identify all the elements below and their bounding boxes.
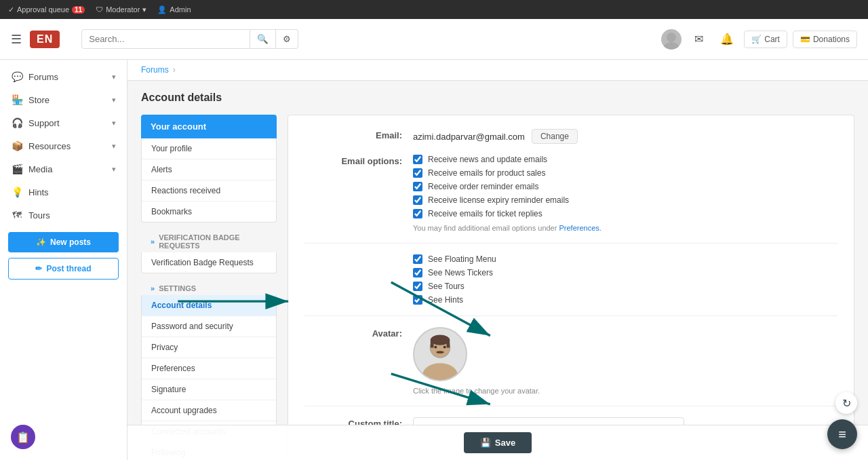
store-icon: 🏪 — [11, 94, 23, 105]
forums-icon: 💬 — [11, 71, 23, 82]
sidebar-item-media[interactable]: 🎬 Media ▾ — [0, 157, 127, 180]
checkbox-news-updates[interactable]: Receive news and update emails — [413, 155, 837, 164]
email-address: azimi.dadparvar@gmail.com — [413, 132, 525, 142]
checkbox-order-reminder-label: Receive order reminder emails — [428, 182, 538, 191]
nav-signature[interactable]: Signature — [142, 379, 276, 400]
search-button[interactable]: 🔍 — [250, 29, 276, 49]
nav-bookmarks[interactable]: Bookmarks — [142, 202, 276, 222]
sidebar-item-resources[interactable]: 📦 Resources ▾ — [0, 134, 127, 157]
avatar-note: Click the image to change your avatar. — [413, 387, 540, 395]
checkbox-license-expiry-label: Receive license expiry reminder emails — [428, 195, 569, 205]
support-label: Support — [28, 118, 60, 128]
approval-queue-badge: 11 — [72, 6, 85, 14]
preferences-link[interactable]: Preferences. — [559, 224, 601, 232]
save-button[interactable]: 💾 Save — [464, 432, 532, 453]
sidebar-item-tours[interactable]: 🗺 Tours — [0, 204, 127, 227]
checkbox-license-expiry-input[interactable] — [413, 195, 422, 205]
verification-expand-icon: » — [151, 237, 155, 246]
checkbox-license-expiry[interactable]: Receive license expiry reminder emails — [413, 195, 837, 205]
mail-icon[interactable]: ✉ — [687, 28, 710, 51]
nav-alerts[interactable]: Alerts — [142, 159, 276, 180]
settings-group-label[interactable]: » Settings — [141, 279, 277, 295]
layout: 💬 Forums ▾ 🏪 Store ▾ 🎧 Support ▾ 📦 Resou… — [0, 60, 868, 460]
checkbox-see-tours[interactable]: See Tours — [413, 282, 837, 291]
nav-reactions-received[interactable]: Reactions received — [142, 180, 276, 202]
forums-label: Forums — [28, 72, 58, 82]
checkbox-news-tickers-label: See News Tickers — [428, 268, 493, 277]
checkbox-floating-menu-input[interactable] — [413, 254, 422, 264]
resources-chevron-icon: ▾ — [112, 142, 116, 151]
save-icon: 💾 — [480, 438, 491, 448]
breadcrumb-separator: › — [173, 65, 176, 75]
nav-account-upgrades[interactable]: Account upgrades — [142, 400, 276, 421]
svg-rect-12 — [431, 340, 434, 347]
email-value-wrap: azimi.dadparvar@gmail.com Change — [413, 129, 837, 144]
divider2 — [304, 315, 837, 316]
checkbox-see-tours-input[interactable] — [413, 282, 422, 291]
checkbox-news-tickers[interactable]: See News Tickers — [413, 268, 837, 277]
help-button[interactable]: 📋 — [11, 425, 35, 449]
approval-queue-item[interactable]: ✓ Approval queue 11 — [8, 5, 85, 14]
forums-chevron-icon: ▾ — [112, 73, 116, 81]
logo[interactable]: EN — [30, 31, 60, 48]
svg-point-15 — [443, 346, 446, 349]
checkbox-see-hints[interactable]: See Hints — [413, 295, 837, 305]
checkbox-product-sales-label: Receive emails for product sales — [428, 168, 545, 178]
checkbox-order-reminder-input[interactable] — [413, 182, 422, 191]
floating-menu-value: See Floating Menu See News Tickers See T… — [413, 254, 837, 305]
checkbox-floating-menu[interactable]: See Floating Menu — [413, 254, 837, 264]
checkbox-product-sales-input[interactable] — [413, 168, 422, 178]
fab-refresh-button[interactable]: ↻ — [835, 392, 857, 414]
avatar-image[interactable] — [413, 327, 467, 381]
nav-password-security[interactable]: Password and security — [142, 316, 276, 337]
nav-your-profile[interactable]: Your profile — [142, 138, 276, 159]
ui-checkbox-list: See Floating Menu See News Tickers See T… — [413, 254, 837, 305]
checkbox-floating-menu-label: See Floating Menu — [428, 254, 496, 264]
sidebar-item-store[interactable]: 🏪 Store ▾ — [0, 88, 127, 111]
checkbox-order-reminder[interactable]: Receive order reminder emails — [413, 182, 837, 191]
cart-button[interactable]: 🛒 Cart — [744, 31, 787, 48]
moderator-item[interactable]: 🛡 Moderator ▾ — [96, 5, 146, 14]
search-input[interactable] — [81, 29, 250, 49]
change-email-button[interactable]: Change — [532, 129, 578, 144]
moderator-label: Moderator — [106, 5, 140, 14]
nav-verification-badge[interactable]: Verification Badge Requests — [142, 252, 276, 273]
checkbox-product-sales[interactable]: Receive emails for product sales — [413, 168, 837, 178]
bell-icon[interactable]: 🔔 — [715, 28, 738, 51]
save-label: Save — [495, 438, 515, 448]
checkbox-see-hints-input[interactable] — [413, 295, 422, 305]
nav-privacy[interactable]: Privacy — [142, 337, 276, 358]
main: Forums › Account details — [127, 60, 868, 460]
settings-group-text: Settings — [159, 284, 196, 292]
your-account-header[interactable]: Your account — [141, 115, 277, 138]
sidebar-item-forums[interactable]: 💬 Forums ▾ — [0, 65, 127, 88]
nav-preferences[interactable]: Preferences — [142, 358, 276, 379]
sidebar: 💬 Forums ▾ 🏪 Store ▾ 🎧 Support ▾ 📦 Resou… — [0, 60, 127, 460]
store-chevron-icon: ▾ — [112, 96, 116, 104]
avatar-header[interactable] — [661, 29, 682, 50]
checkbox-see-hints-label: See Hints — [428, 295, 463, 305]
checkbox-news-tickers-input[interactable] — [413, 268, 422, 277]
checkbox-news-updates-input[interactable] — [413, 155, 422, 164]
verification-group-label[interactable]: » Verification Badge Requests — [141, 228, 277, 252]
fab-menu-button[interactable]: ≡ — [827, 419, 857, 449]
checkbox-ticket-replies[interactable]: Receive emails for ticket replies — [413, 209, 837, 218]
header: ☰ EN 🔍 ⚙ ✉ 🔔 🛒 Cart 💳 Donations — [0, 19, 868, 60]
donations-button[interactable]: 💳 Donations — [793, 31, 857, 48]
resources-icon: 📦 — [11, 140, 23, 151]
sidebar-item-support[interactable]: 🎧 Support ▾ — [0, 111, 127, 134]
breadcrumb-forums-link[interactable]: Forums — [141, 65, 169, 75]
search-settings-button[interactable]: ⚙ — [276, 29, 298, 49]
tours-icon: 🗺 — [11, 210, 23, 221]
hamburger-icon[interactable]: ☰ — [11, 32, 22, 47]
checkbox-ticket-replies-input[interactable] — [413, 209, 422, 218]
admin-item[interactable]: 👤 Admin — [157, 5, 191, 14]
verification-group: Verification Badge Requests — [141, 252, 277, 273]
post-thread-button[interactable]: ✏ Post thread — [8, 258, 119, 280]
sidebar-item-hints[interactable]: 💡 Hints — [0, 180, 127, 204]
breadcrumb: Forums › — [127, 60, 868, 81]
divider3 — [304, 406, 837, 406]
nav-account-details[interactable]: Account details — [142, 295, 276, 316]
new-posts-button[interactable]: ✨ New posts — [8, 232, 119, 252]
media-label: Media — [28, 164, 52, 174]
